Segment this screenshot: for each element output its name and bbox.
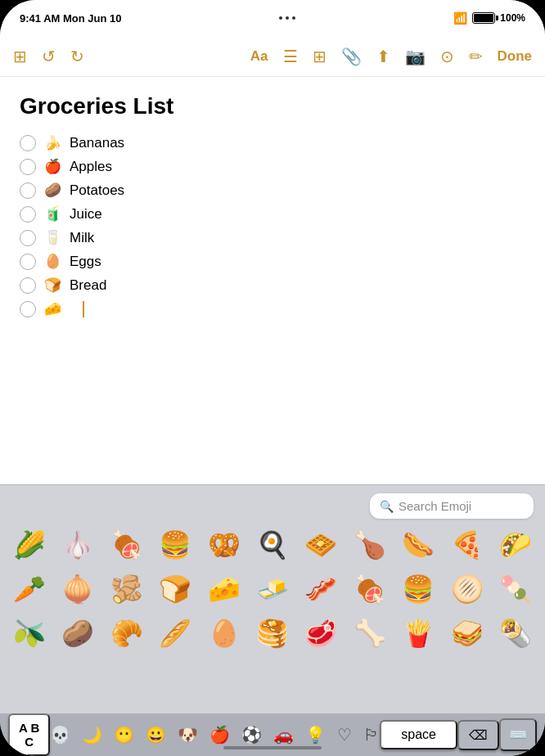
item-label: Apples: [70, 159, 112, 175]
checklist-item[interactable]: 🍞 Bread: [20, 277, 525, 294]
emoji-cell[interactable]: 🥚: [205, 612, 244, 655]
check-circle[interactable]: [20, 230, 36, 246]
emoji-cell[interactable]: 🥖: [155, 612, 195, 655]
emoji-cell[interactable]: 🍳: [253, 524, 292, 566]
emoji-cell[interactable]: 🥨: [205, 524, 244, 566]
format-aa-button[interactable]: Aa: [250, 48, 268, 65]
checklist-item[interactable]: 🍎 Apples: [20, 158, 525, 175]
emoji-cell[interactable]: 🥐: [107, 612, 146, 655]
check-circle[interactable]: [20, 254, 36, 270]
dot3: [292, 16, 295, 20]
redo-icon[interactable]: ↻: [70, 47, 84, 66]
emoji-search-box[interactable]: 🔍 Search Emoji: [370, 493, 534, 519]
item-emoji: 🥔: [44, 182, 61, 199]
emoji-cell[interactable]: 🧀: [205, 568, 244, 610]
item-label: Bread: [70, 277, 106, 294]
checklist-item[interactable]: 🥛 Milk: [20, 229, 525, 246]
keyboard-toggle-button[interactable]: ⌨️: [499, 718, 537, 751]
item-label: Juice: [70, 206, 102, 223]
checklist-item[interactable]: 🧀: [20, 300, 525, 317]
checklist-item[interactable]: 🥔 Potatoes: [20, 182, 525, 199]
check-circle[interactable]: [20, 135, 36, 151]
emoji-cell[interactable]: 🥓: [301, 568, 340, 610]
space-button[interactable]: space: [380, 720, 457, 749]
more-icon[interactable]: ⊙: [440, 47, 454, 66]
item-label: Eggs: [70, 254, 101, 270]
emoji-grid: 🌽🧄🍖🍔🥨🍳🧇🍗🌭🍕🌮🥕🧅🫚🍞🧀🧈🥓🍖🍔🫓🍡🫒🥔🥐🥖🥚🥞🥩🦴🍟🥪🌯: [0, 524, 545, 656]
table-icon[interactable]: ⊞: [313, 47, 327, 66]
emoji-row: 🌽🧄🍖🍔🥨🍳🧇🍗🌭🍕🌮: [7, 524, 538, 566]
check-circle[interactable]: [20, 301, 36, 317]
emoji-cell[interactable]: 🌮: [496, 524, 535, 566]
emoji-cell[interactable]: 🧇: [301, 524, 340, 566]
emoji-category-icon-5[interactable]: 🍎: [209, 725, 230, 745]
emoji-cell[interactable]: 🥔: [58, 612, 97, 655]
emoji-cell[interactable]: 🌽: [10, 524, 49, 566]
emoji-cell[interactable]: 🥩: [301, 612, 340, 655]
dot2: [286, 16, 289, 20]
emoji-cell[interactable]: 🦴: [350, 612, 390, 655]
emoji-cell[interactable]: 🥞: [253, 612, 292, 655]
toolbar-right: Aa ☰ ⊞ 📎 ⬆ 📷 ⊙ ✏ Done: [250, 47, 532, 66]
emoji-cell[interactable]: 🍗: [350, 524, 390, 566]
abc-button[interactable]: A B C: [8, 713, 50, 756]
emoji-cell[interactable]: 🍞: [155, 568, 195, 610]
check-circle[interactable]: [20, 159, 36, 175]
camera-icon[interactable]: 📷: [405, 47, 426, 66]
emoji-category-icon-0[interactable]: 💀: [50, 725, 70, 745]
emoji-panel: 🔍 Search Emoji 🌽🧄🍖🍔🥨🍳🧇🍗🌭🍕🌮🥕🧅🫚🍞🧀🧈🥓🍖🍔🫓🍡🫒🥔🥐…: [0, 484, 545, 713]
compose-icon[interactable]: ✏: [469, 47, 483, 66]
status-right: 📶 100%: [453, 11, 525, 25]
status-center-dots: [279, 16, 295, 20]
emoji-row: 🫒🥔🥐🥖🥚🥞🥩🦴🍟🥪🌯: [7, 612, 538, 655]
sidebar-icon[interactable]: ⊞: [13, 47, 27, 66]
emoji-category-icon-1[interactable]: 🌙: [82, 725, 102, 745]
checklist-item[interactable]: 🧃 Juice: [20, 205, 525, 223]
emoji-cell[interactable]: 🥪: [448, 612, 487, 655]
emoji-category-icon-10[interactable]: 🏳: [363, 726, 380, 745]
emoji-cell[interactable]: 🥕: [10, 568, 49, 610]
emoji-cell[interactable]: 🫚: [107, 568, 146, 610]
emoji-cell[interactable]: 🌭: [399, 524, 438, 566]
emoji-cell[interactable]: 🍖: [350, 568, 390, 610]
emoji-cell[interactable]: 🫒: [10, 612, 49, 655]
wifi-icon: 📶: [453, 11, 467, 25]
emoji-category-icon-4[interactable]: 🐶: [178, 725, 198, 745]
emoji-category-icon-3[interactable]: 😀: [146, 725, 166, 745]
emoji-cell[interactable]: 🍖: [107, 524, 146, 566]
emoji-cell[interactable]: 🍟: [399, 612, 438, 655]
delete-button[interactable]: ⌫: [457, 720, 499, 750]
item-emoji: 🍌: [44, 134, 61, 151]
emoji-cell[interactable]: 🧄: [58, 524, 97, 566]
item-label: Potatoes: [70, 182, 124, 199]
battery-label: 100%: [500, 12, 525, 24]
done-button[interactable]: Done: [498, 48, 533, 65]
item-emoji: 🍞: [44, 277, 61, 294]
emoji-cell[interactable]: 🧅: [58, 568, 97, 610]
emoji-cell[interactable]: 🍕: [448, 524, 487, 566]
checklist-item[interactable]: 🍌 Bananas: [20, 134, 525, 151]
check-circle[interactable]: [20, 206, 36, 223]
emoji-cell[interactable]: 🍔: [399, 568, 438, 610]
emoji-cell[interactable]: 🍔: [155, 524, 195, 566]
battery-icon: [472, 12, 495, 24]
share-icon[interactable]: ⬆: [376, 47, 390, 66]
checklist-item[interactable]: 🥚 Eggs: [20, 253, 525, 270]
emoji-cell[interactable]: 🫓: [448, 568, 487, 610]
undo-icon[interactable]: ↺: [42, 47, 56, 66]
emoji-row: 🥕🧅🫚🍞🧀🧈🥓🍖🍔🫓🍡: [7, 568, 538, 610]
emoji-category-icon-9[interactable]: ♡: [337, 725, 352, 745]
emoji-category-icon-2[interactable]: 😶: [114, 725, 134, 745]
emoji-category-icon-6[interactable]: ⚽: [241, 725, 262, 745]
emoji-category-icon-8[interactable]: 💡: [305, 725, 326, 745]
item-label: Milk: [70, 230, 94, 246]
checklist-icon[interactable]: ☰: [283, 47, 298, 66]
check-circle[interactable]: [20, 182, 36, 199]
keyboard-bottom-bar: A B C 💀🌙😶😀🐶🍎⚽🚗💡♡🏳 space ⌫ ⌨️: [0, 713, 545, 756]
check-circle[interactable]: [20, 277, 36, 294]
emoji-category-icon-7[interactable]: 🚗: [273, 725, 294, 745]
emoji-cell[interactable]: 🍡: [496, 568, 535, 610]
emoji-cell[interactable]: 🧈: [253, 568, 292, 610]
emoji-cell[interactable]: 🌯: [496, 612, 535, 655]
attachment-icon[interactable]: 📎: [341, 47, 362, 66]
